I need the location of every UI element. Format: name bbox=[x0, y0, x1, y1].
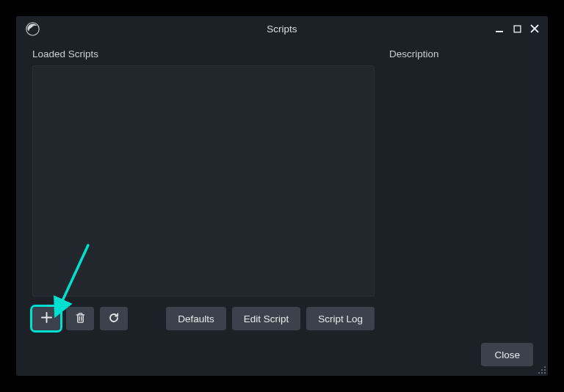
description-panel: Description bbox=[389, 48, 532, 333]
svg-rect-3 bbox=[514, 26, 521, 32]
remove-script-button[interactable] bbox=[66, 307, 94, 330]
script-log-button[interactable]: Script Log bbox=[306, 307, 375, 330]
scripts-dialog: Scripts Loaded Scripts bbox=[16, 16, 548, 376]
script-action-group: Defaults Edit Script Script Log bbox=[166, 307, 375, 330]
add-script-button[interactable] bbox=[32, 307, 60, 330]
loaded-scripts-list[interactable] bbox=[32, 65, 375, 297]
scripts-toolbar: Defaults Edit Script Script Log bbox=[32, 307, 375, 330]
window-title: Scripts bbox=[16, 23, 548, 35]
svg-point-1 bbox=[30, 26, 34, 30]
resize-grip[interactable] bbox=[536, 364, 546, 374]
reload-scripts-button[interactable] bbox=[100, 307, 128, 330]
titlebar[interactable]: Scripts bbox=[16, 16, 548, 41]
loaded-scripts-label: Loaded Scripts bbox=[32, 48, 375, 59]
reload-icon bbox=[108, 312, 120, 326]
trash-icon bbox=[75, 312, 86, 326]
content-area: Loaded Scripts bbox=[16, 41, 548, 333]
plus-icon bbox=[41, 312, 52, 325]
obs-icon bbox=[25, 21, 40, 36]
edit-script-button[interactable]: Edit Script bbox=[232, 307, 301, 330]
close-button[interactable]: Close bbox=[481, 343, 533, 366]
description-label: Description bbox=[389, 48, 532, 59]
window-controls bbox=[494, 23, 542, 34]
defaults-button[interactable]: Defaults bbox=[166, 307, 226, 330]
svg-rect-2 bbox=[496, 31, 503, 32]
minimize-icon[interactable] bbox=[494, 23, 505, 34]
close-icon[interactable] bbox=[529, 23, 540, 34]
scripts-panel: Loaded Scripts bbox=[32, 48, 375, 333]
maximize-icon[interactable] bbox=[512, 23, 522, 34]
dialog-footer: Close bbox=[16, 333, 548, 376]
